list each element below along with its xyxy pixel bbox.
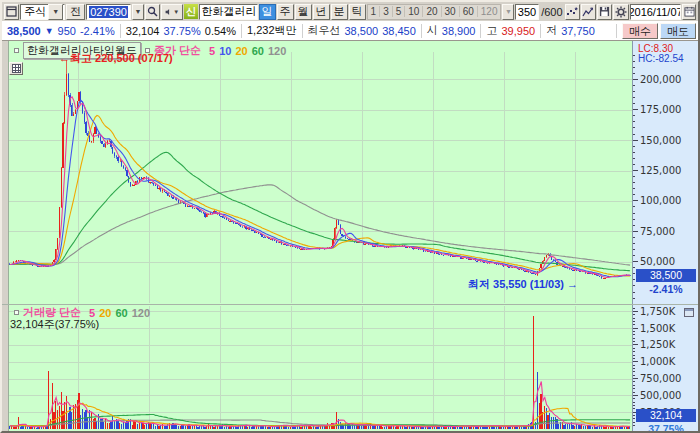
- calendar-button[interactable]: [682, 4, 695, 20]
- turnover-pct: 0.54%: [205, 25, 236, 37]
- legend-bullet[interactable]: [14, 48, 19, 53]
- ma-window-60: 60: [252, 45, 264, 57]
- asset-type-select[interactable]: 주식 ▼: [20, 4, 65, 20]
- interval-10[interactable]: 10: [405, 6, 423, 17]
- chevron-down-icon: ▼: [48, 4, 63, 20]
- low-price: 37,750: [561, 25, 595, 37]
- search-button[interactable]: [145, 4, 160, 20]
- interval-buttons: 13510203060120: [367, 4, 502, 20]
- search-icon: [147, 6, 158, 17]
- ma-window-120: 120: [268, 45, 286, 57]
- tab-period-주[interactable]: 주: [277, 4, 294, 20]
- bars-total-label: /600: [540, 6, 563, 18]
- down-arrow-icon: ▼: [45, 26, 54, 36]
- save-icon: [599, 6, 610, 17]
- best-quote-label: 최우선: [308, 23, 341, 38]
- stock-name-input[interactable]: 한화갤러리아Q: [199, 4, 258, 20]
- interval-3[interactable]: 3: [380, 6, 393, 17]
- bars-shown-input[interactable]: 350: [515, 4, 539, 20]
- grid-icon: [12, 64, 21, 73]
- svg-text:1,500K: 1,500K: [640, 323, 676, 334]
- pane-restore-icon[interactable]: [684, 308, 694, 317]
- low-annotation: 최저 35,550 (11/03) →: [468, 277, 578, 292]
- date-value: 2016/11/07: [630, 6, 682, 18]
- open-label: 시: [427, 23, 438, 38]
- price-change-pct: -2.41%: [80, 25, 115, 37]
- tab-period-일[interactable]: 일: [259, 4, 276, 20]
- quote-bar: 38,500 ▼ 950 -2.41% 32,104 37.75% 0.54% …: [2, 21, 698, 41]
- svg-text:750,000: 750,000: [640, 373, 681, 384]
- stock-chart-window: 주식 ▼ 전 027390 ▼ ▼ 신 한화갤러리아Q 일주월년분틱 13510…: [0, 0, 700, 433]
- interval-dropdown-button[interactable]: ▼: [502, 4, 514, 20]
- svg-text:150,000: 150,000: [640, 135, 681, 146]
- interval-60[interactable]: 60: [460, 6, 478, 17]
- trendline-tool-button[interactable]: [581, 4, 596, 20]
- speaker-icon: [165, 7, 172, 17]
- open-price: 38,900: [442, 25, 476, 37]
- last-change-pct: -2.41%: [636, 283, 696, 295]
- chart-area[interactable]: 200,000175,000150,000125,000100,00075,00…: [2, 41, 698, 431]
- code-input[interactable]: 027390: [86, 4, 131, 20]
- last-price-tag: 38,500: [636, 269, 696, 282]
- svg-text:500,000: 500,000: [640, 390, 681, 401]
- right-arrow-icon: →: [567, 278, 578, 290]
- calendar-icon: [684, 6, 695, 17]
- tab-period-틱[interactable]: 틱: [349, 4, 366, 20]
- window-icon: [6, 6, 17, 17]
- buy-button[interactable]: 매수: [622, 23, 658, 39]
- tab-period-년[interactable]: 년: [313, 4, 330, 20]
- sound-button[interactable]: ▼: [161, 4, 183, 20]
- trendline-icon: [582, 6, 594, 18]
- compare-tool-button[interactable]: [565, 4, 580, 20]
- svg-text:200,000: 200,000: [640, 74, 681, 85]
- all-market-button[interactable]: 전: [66, 4, 85, 20]
- gear-icon: [615, 6, 627, 18]
- stock-name-value: 한화갤러리아Q: [202, 4, 258, 19]
- bars-shown-value: 350: [518, 6, 536, 18]
- compare-dots-icon: [566, 6, 578, 18]
- tab-period-월[interactable]: 월: [295, 4, 312, 20]
- interval-20[interactable]: 20: [423, 6, 441, 17]
- candlestick-chart[interactable]: 200,000175,000150,000125,000100,00075,00…: [2, 41, 698, 431]
- high-label: 고: [486, 23, 497, 38]
- interval-1[interactable]: 1: [368, 6, 381, 17]
- interval-30[interactable]: 30: [442, 6, 460, 17]
- low-label: 저: [546, 23, 557, 38]
- credit-badge: 신: [184, 4, 197, 19]
- sell-button[interactable]: 매도: [660, 23, 696, 39]
- volume-ratio: 37.75%: [163, 25, 200, 37]
- high-annotation: ←최고 220,500 (07/17): [59, 51, 173, 66]
- save-button[interactable]: [597, 4, 612, 20]
- svg-text:1,250K: 1,250K: [640, 339, 676, 350]
- chevron-down-icon: ▼: [173, 9, 179, 15]
- trade-value: 1,232백만: [247, 23, 297, 38]
- svg-text:1,750K: 1,750K: [640, 306, 676, 317]
- ma-window-5: 5: [209, 45, 215, 57]
- svg-text:175,000: 175,000: [640, 104, 681, 115]
- interval-5[interactable]: 5: [393, 6, 406, 17]
- svg-text:125,000: 125,000: [640, 165, 681, 176]
- last-volume-tag: 32,104: [636, 409, 696, 422]
- left-arrow-icon: ←: [59, 52, 70, 64]
- price-ma-windows: 5102060120: [205, 45, 286, 57]
- date-input[interactable]: 2016/11/07: [630, 4, 682, 20]
- asset-type-value: 주식: [24, 4, 46, 19]
- ma-window-20: 20: [99, 307, 111, 319]
- hc-value: HC:-82.54: [638, 53, 684, 64]
- ma-window-120: 120: [132, 307, 150, 319]
- interval-120[interactable]: 120: [478, 6, 501, 17]
- settings-button[interactable]: [613, 4, 628, 20]
- ma-window-60: 60: [115, 307, 127, 319]
- window-icon-button[interactable]: [4, 4, 19, 20]
- legend-bullet[interactable]: [14, 310, 19, 315]
- last-volume-pct: 37.75%: [636, 423, 696, 433]
- current-price: 38,500: [7, 25, 41, 37]
- code-dropdown-button[interactable]: ▼: [132, 4, 144, 20]
- current-volume-text: 32,104주(37.75%): [10, 317, 99, 332]
- period-tabs: 일주월년분틱: [259, 4, 366, 20]
- svg-text:100,000: 100,000: [640, 195, 681, 206]
- high-price: 39,950: [501, 25, 535, 37]
- grid-toggle-button[interactable]: [9, 62, 23, 75]
- tab-period-분[interactable]: 분: [331, 4, 348, 20]
- svg-text:50,000: 50,000: [640, 256, 675, 267]
